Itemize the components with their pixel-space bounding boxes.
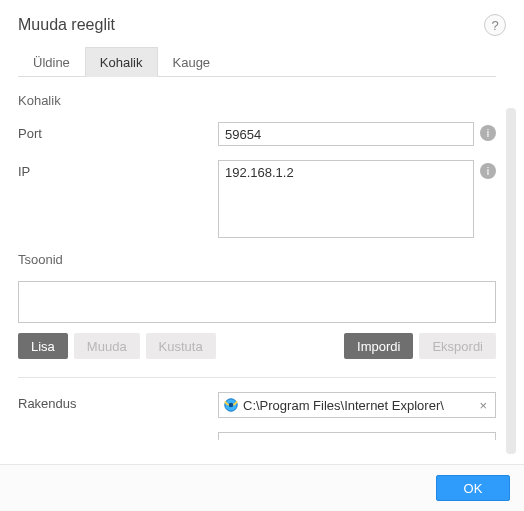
export-button: Ekspordi <box>419 333 496 359</box>
dialog-footer: OK <box>0 464 524 511</box>
divider <box>18 377 496 378</box>
info-icon-ip[interactable]: i <box>480 163 496 179</box>
dialog-title: Muuda reeglit <box>18 16 115 34</box>
row-application: Rakendus C:\Program Files\Internet Explo… <box>18 392 496 418</box>
scrollbar[interactable] <box>506 108 516 454</box>
label-ip: IP <box>18 160 218 179</box>
row-port: Port i <box>18 122 496 146</box>
content-scroll: Üldine Kohalik Kauge Kohalik Port i IP i <box>18 46 502 464</box>
clear-application-icon[interactable]: × <box>475 398 491 413</box>
next-field-partial <box>218 432 496 440</box>
internet-explorer-icon <box>223 397 239 413</box>
zones-button-row: Lisa Muuda Kustuta Impordi Ekspordi <box>18 333 496 359</box>
row-ip: IP i <box>18 160 496 238</box>
row-partial <box>18 432 496 440</box>
label-application: Rakendus <box>18 392 218 411</box>
help-icon[interactable]: ? <box>484 14 506 36</box>
add-button[interactable]: Lisa <box>18 333 68 359</box>
edit-button: Muuda <box>74 333 140 359</box>
input-ip[interactable] <box>218 160 474 238</box>
import-button[interactable]: Impordi <box>344 333 413 359</box>
content-wrap: Üldine Kohalik Kauge Kohalik Port i IP i <box>0 46 524 464</box>
application-path: C:\Program Files\Internet Explorer\ <box>243 398 471 413</box>
svg-point-1 <box>229 403 234 408</box>
tab-local[interactable]: Kohalik <box>85 47 158 77</box>
tab-general[interactable]: Üldine <box>18 47 85 77</box>
label-zones: Tsoonid <box>18 252 496 267</box>
application-field[interactable]: C:\Program Files\Internet Explorer\ × <box>218 392 496 418</box>
zones-listbox[interactable] <box>18 281 496 323</box>
input-port[interactable] <box>218 122 474 146</box>
dialog-modify-rule: Muuda reeglit ? Üldine Kohalik Kauge Koh… <box>0 0 524 511</box>
ok-button[interactable]: OK <box>436 475 510 501</box>
tab-remote[interactable]: Kauge <box>158 47 226 77</box>
section-heading: Kohalik <box>18 93 496 108</box>
dialog-header: Muuda reeglit ? <box>0 0 524 46</box>
tab-bar: Üldine Kohalik Kauge <box>18 46 496 77</box>
delete-button: Kustuta <box>146 333 216 359</box>
label-port: Port <box>18 122 218 141</box>
info-icon-port[interactable]: i <box>480 125 496 141</box>
